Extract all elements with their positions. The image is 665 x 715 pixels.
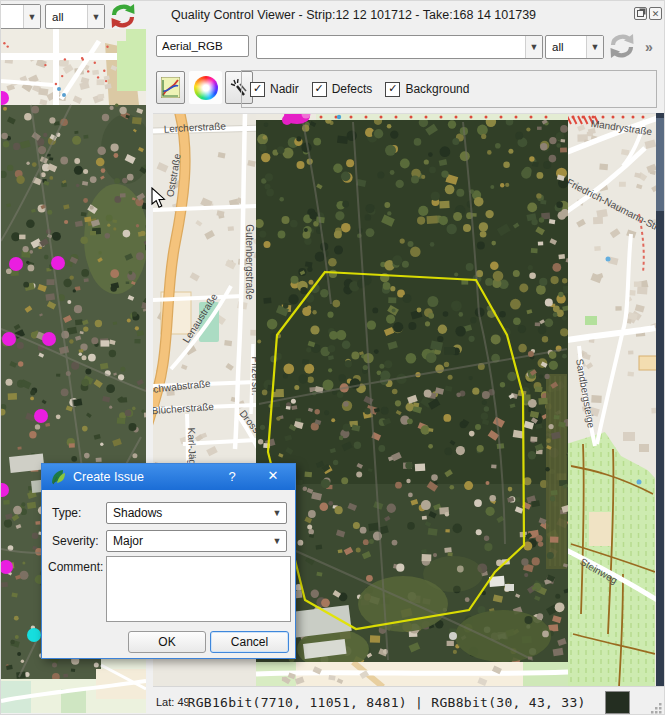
dialog-close-button[interactable]: ✕ bbox=[260, 468, 286, 483]
chevron-down-icon: ▼ bbox=[525, 36, 542, 58]
dialog-body: Type:Shadows▼Severity:Major▼ Comment: OK… bbox=[42, 490, 295, 658]
refresh-button[interactable] bbox=[107, 2, 139, 30]
resize-grip[interactable] bbox=[649, 701, 663, 715]
left-street-map bbox=[1, 29, 146, 106]
combobox-value: all bbox=[546, 41, 586, 53]
defect-marker bbox=[34, 409, 48, 423]
selection-combobox[interactable]: ▼ bbox=[256, 35, 543, 59]
left-filter-combobox[interactable]: all ▼ bbox=[45, 4, 105, 29]
close-icon: ✕ bbox=[652, 9, 660, 19]
create-issue-dialog: Create Issue ? ✕ Type:Shadows▼Severity:M… bbox=[41, 463, 296, 659]
defect-marker bbox=[42, 332, 56, 346]
aerial-strip bbox=[255, 117, 578, 670]
refresh-icon bbox=[107, 2, 139, 30]
pixel-color-swatch bbox=[605, 691, 630, 714]
histogram-icon bbox=[161, 77, 180, 98]
color-wheel-button[interactable] bbox=[189, 71, 222, 104]
cancel-button[interactable]: Cancel bbox=[210, 631, 289, 653]
dialog-field-label: Type: bbox=[52, 506, 81, 520]
refresh-disabled-button[interactable] bbox=[606, 32, 640, 62]
layer-name-input[interactable] bbox=[156, 35, 249, 57]
checkbox-box[interactable]: ✓ bbox=[385, 82, 400, 97]
checkbox-background[interactable]: ✓Background bbox=[385, 82, 469, 97]
view-toolbar: ✓Nadir✓Defects✓Background bbox=[153, 65, 665, 111]
dialog-field-row: Type:Shadows▼ bbox=[42, 502, 295, 526]
vertical-scrollbar[interactable] bbox=[656, 113, 664, 686]
left-truncated-combobox[interactable]: ▼ bbox=[0, 4, 41, 29]
help-button[interactable]: ? bbox=[222, 469, 242, 484]
combobox-value: Shadows bbox=[107, 506, 268, 520]
comment-label: Comment: bbox=[48, 560, 103, 574]
checkbox-label: Nadir bbox=[270, 82, 299, 96]
checkbox-box[interactable]: ✓ bbox=[250, 82, 265, 97]
pixel-value-text: RGB16bit(7710, 11051, 8481) | RGB8bit(30… bbox=[188, 695, 586, 710]
main-toolbar: ▼ all ▼ » bbox=[153, 31, 665, 65]
float-window-button[interactable] bbox=[634, 7, 647, 20]
checkbox-box[interactable]: ✓ bbox=[312, 82, 327, 97]
status-bar: Lat: 49 RGB16bit(7710, 11051, 8481) | RG… bbox=[153, 686, 665, 715]
combobox-value: all bbox=[46, 11, 87, 23]
layer-checkbox-row: ✓Nadir✓Defects✓Background bbox=[242, 71, 656, 107]
street-label: Gutenbergstraße bbox=[244, 224, 255, 300]
comment-textarea[interactable] bbox=[106, 556, 291, 622]
defect-marker bbox=[9, 257, 23, 271]
dialog-field-row: Severity:Major▼ bbox=[42, 530, 295, 554]
mouse-cursor bbox=[151, 187, 167, 209]
left-toolbar: ▼ all ▼ bbox=[1, 1, 146, 31]
refresh-gray-icon bbox=[606, 32, 638, 60]
chevron-down-icon: ▼ bbox=[586, 36, 603, 58]
dialog-type-combobox[interactable]: Shadows▼ bbox=[106, 502, 287, 524]
chevron-down-icon: ▼ bbox=[268, 508, 286, 518]
close-button[interactable]: ✕ bbox=[649, 7, 662, 20]
main-filter-combobox[interactable]: all ▼ bbox=[545, 35, 604, 59]
defect-marker bbox=[51, 256, 65, 270]
osm-bottom-band bbox=[256, 662, 568, 687]
panel-titlebar[interactable]: Quality Control Viewer - Strip:12 12 101… bbox=[153, 1, 665, 31]
histogram-button[interactable] bbox=[156, 71, 185, 104]
dialog-field-label: Severity: bbox=[52, 534, 99, 548]
defect-marker bbox=[27, 628, 41, 642]
checkbox-defects[interactable]: ✓Defects bbox=[312, 82, 373, 97]
panel-title: Quality Control Viewer - Strip:12 12 101… bbox=[171, 8, 536, 22]
dialog-titlebar[interactable]: Create Issue ? ✕ bbox=[42, 464, 295, 490]
dialog-title: Create Issue bbox=[73, 470, 144, 484]
chevron-down-icon: ▼ bbox=[23, 5, 40, 28]
checkbox-label: Defects bbox=[332, 82, 373, 96]
checkbox-nadir[interactable]: ✓Nadir bbox=[250, 82, 299, 97]
chevron-down-icon: ▼ bbox=[87, 5, 104, 28]
checkbox-label: Background bbox=[405, 82, 469, 96]
latitude-text: Lat: 4 bbox=[156, 696, 184, 708]
float-window-icon bbox=[637, 10, 644, 17]
layers-groupbox: ✓Nadir✓Defects✓Background bbox=[241, 70, 657, 108]
chevron-down-icon: ▼ bbox=[268, 536, 286, 546]
scrollbar-thumb[interactable] bbox=[656, 118, 664, 211]
dialog-severity-combobox[interactable]: Major▼ bbox=[106, 530, 287, 552]
combobox-value: Major bbox=[107, 534, 268, 548]
app-logo-icon bbox=[49, 468, 67, 486]
color-wheel-icon bbox=[194, 76, 218, 100]
toolbar-overflow-button[interactable]: » bbox=[645, 39, 653, 55]
ok-button[interactable]: OK bbox=[128, 631, 206, 653]
quality-control-viewer-window: ▼ all ▼ bbox=[0, 0, 665, 715]
defect-marker bbox=[2, 332, 16, 346]
